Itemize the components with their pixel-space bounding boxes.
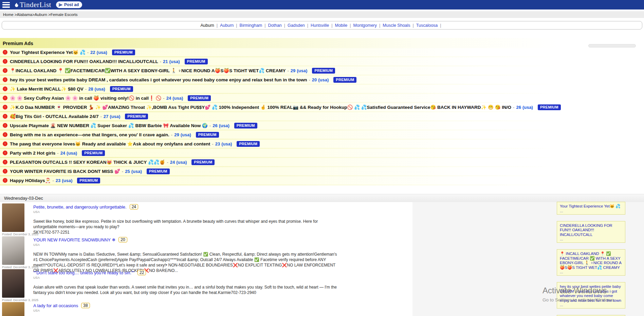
listing-title-link[interactable]: YOUR NEW FAVORITE SNOWBUNNY ❄ — [33, 237, 115, 242]
listing-title-link[interactable]: A lady for all occasions — [33, 303, 78, 308]
premium-ad-row[interactable]: ↑ Party with 2 Hot girls - 24 (usa) PREM… — [0, 149, 558, 157]
premium-ad-title[interactable]: YOUR WINTER FAVORITE IS BACK DONT MISS 💕 — [10, 169, 120, 174]
premium-ad-title[interactable]: 📍INCALL OAKLAND 📍 ✅FACETIME/CAR✅WITH A S… — [10, 68, 286, 73]
premium-ad-row[interactable]: ↑ Upscale Playmate 🌋 NEW NUMBER 💦 Super … — [0, 121, 558, 130]
sidebar-ad-link[interactable]: 📍 INCALL OAKLAND 📍 ✅ FACETIME/CAR ✅ WITH… — [560, 252, 622, 270]
premium-badge[interactable]: PREMIUM — [237, 141, 260, 147]
breadcrumb[interactable]: Home >Alabama>Auburn >Female Escorts — [3, 13, 78, 17]
premium-ad-row[interactable]: ↑ 🥰Big Tits Girl - OUTCALL Available 24/… — [0, 112, 558, 120]
premium-badge[interactable]: PREMIUM — [77, 178, 100, 183]
hamburger-menu-icon[interactable] — [2, 2, 10, 8]
premium-ad-row[interactable]: ↑ hey its your best wettes petite baby D… — [0, 76, 558, 84]
premium-ad-dash: - — [513, 105, 514, 110]
listing-thumbnail[interactable] — [2, 269, 24, 298]
premium-badge[interactable]: PREMIUM — [125, 114, 148, 119]
premium-ad-title[interactable]: Your Tightest Experience Yet🐱 💦 — [10, 50, 86, 55]
premium-ad-row[interactable]: ↑ Your Tightest Experience Yet🐱 💦 - 22 (… — [0, 48, 558, 56]
premium-ad-location: (usa) — [62, 178, 72, 183]
premium-badge[interactable]: PREMIUM — [112, 50, 135, 55]
premium-ad-title[interactable]: PLEASANTON OUTCALLS !! SEXY KOREAN😻 THIC… — [10, 159, 165, 165]
page: TinderList Post ad Home >Alabama>Auburn … — [0, 0, 644, 316]
premium-ad-title[interactable]: 🥰Big Tits Girl - OUTCALL Available 24/7 — [10, 114, 98, 119]
premium-ad-row[interactable]: ↑ 📍INCALL OAKLAND 📍 ✅FACETIME/CAR✅WITH A… — [0, 66, 558, 75]
premium-ad-row[interactable]: ↑ Being with me is an experience—one tha… — [0, 131, 558, 139]
site-logo[interactable]: TinderList — [14, 1, 51, 9]
arrow-up-circle-icon: ↑ — [3, 68, 7, 73]
sidebar-ad-link[interactable]: hey its your best wettes petite baby DRE… — [560, 284, 622, 303]
listings: Posted: December 3, 2025 Petite, brunett… — [2, 203, 409, 316]
premium-ad-dash: - — [52, 178, 54, 183]
premium-ad-age: 26 — [516, 105, 521, 110]
listing-title-link[interactable]: Petite, brunette, and dangerously unforg… — [33, 204, 127, 210]
city-link[interactable]: Montgomery — [353, 23, 377, 28]
premium-ad-age: 25 — [125, 169, 130, 174]
city-link[interactable]: Mobile — [335, 23, 347, 28]
city-link[interactable]: Muscle Shoals — [383, 23, 410, 28]
premium-ad-row[interactable]: ↑ Happy HOlidays🎅 - 23 (usa) PREMIUM — [0, 176, 558, 184]
arrow-up-circle-icon: ↑ — [3, 50, 7, 55]
premium-ad-dash: - — [57, 151, 58, 156]
city-link[interactable]: Auburn — [200, 23, 214, 28]
sidebar-ad-link[interactable]: Your Tightest Experience Yet🐱 💦 — [560, 204, 622, 209]
premium-badge[interactable]: PREMIUM — [191, 159, 215, 165]
listing-description: Sweet like honey, bold like espresso. Pe… — [33, 219, 341, 230]
premium-ad-title[interactable]: The pawg that everyone loves🐱 Ready and … — [10, 141, 210, 146]
premium-ad-row[interactable]: ↑ YOUR WINTER FAVORITE IS BACK DONT MISS… — [0, 167, 558, 175]
scrollbar-thumb[interactable] — [588, 44, 636, 47]
premium-ad-row[interactable]: ↑ ✨ Lake Merritt INCALL✨ $80 QV - 28 (us… — [0, 85, 558, 93]
premium-badge[interactable]: PREMIUM — [110, 86, 133, 92]
listing-thumbnail[interactable] — [2, 203, 24, 232]
city-link[interactable]: Huntsville — [311, 23, 329, 28]
premium-ad-location: (usa) — [221, 141, 232, 146]
premium-ad-dash: - — [212, 141, 213, 146]
arrow-up-circle-icon: ↑ — [3, 132, 7, 137]
premium-ad-title[interactable]: Being with me is an experience—one that … — [10, 132, 169, 137]
sidebar-premium-box: Your Tightest Experience Yet🐱 💦 ... — [557, 202, 625, 215]
premium-badge[interactable]: PREMIUM — [538, 104, 561, 110]
premium-ad-title[interactable]: Party with 2 Hot girls — [10, 151, 55, 156]
premium-ad-row[interactable]: ↑ The pawg that everyone loves🐱 Ready an… — [0, 140, 558, 148]
city-link[interactable]: Birmingham — [240, 23, 262, 28]
premium-ad-dash: - — [167, 160, 168, 165]
premium-ad-title[interactable]: Upscale Playmate 🌋 NEW NUMBER 💦 Super So… — [10, 123, 208, 128]
premium-ad-title[interactable]: CINDERELLA LOOKING FOR FUN!!! OAKLAND!!!… — [10, 59, 158, 64]
listing-title-link[interactable]: ""Don't stare too long… unless you're re… — [33, 270, 134, 275]
premium-badge[interactable]: PREMIUM — [312, 68, 335, 74]
premium-ad-location: (usa) — [297, 68, 307, 73]
premium-badge[interactable]: PREMIUM — [188, 95, 211, 101]
sidebar-ad-link[interactable]: CINDERELLA LOOKING FOR FUN!!! OAKLAND!!!… — [560, 223, 622, 237]
post-ad-button[interactable]: Post ad — [56, 1, 82, 8]
listing-thumb-column: Posted: December 3, 2025 — [2, 269, 26, 302]
city-link[interactable]: Gadsden — [288, 23, 305, 28]
premium-ad-row[interactable]: ↑ CINDERELLA LOOKING FOR FUN!!! OAKLAND!… — [0, 57, 558, 65]
premium-ad-location: (usa) — [169, 59, 180, 64]
premium-ad-title[interactable]: ✨ Lake Merritt INCALL✨ $80 QV — [10, 86, 84, 92]
listing-thumbnail[interactable] — [2, 236, 24, 265]
premium-badge[interactable]: PREMIUM — [333, 77, 356, 83]
logo-text: TinderList — [20, 1, 51, 9]
premium-ad-title[interactable]: 🌸 🌸 Sexy CuRvy Asian 🌸 🌸 in call 🍑 visit… — [10, 95, 161, 101]
city-link[interactable]: Tuscaloosa — [416, 23, 438, 28]
premium-badge[interactable]: PREMIUM — [82, 150, 105, 156]
listing-thumbnail[interactable] — [2, 302, 24, 316]
arrow-up-circle-icon: ↑ — [3, 77, 7, 82]
city-link[interactable]: Dothan — [268, 23, 282, 28]
premium-badge[interactable]: PREMIUM — [147, 169, 170, 174]
premium-ad-title[interactable]: Happy HOlidays🎅 — [10, 178, 51, 183]
arrow-up-circle-icon: ↑ — [3, 151, 7, 155]
premium-badge[interactable]: PREMIUM — [185, 59, 208, 64]
listing-title-row: YOUR NEW FAVORITE SNOWBUNNY ❄ 20 — [33, 237, 380, 242]
premium-badge[interactable]: PREMIUM — [196, 132, 219, 138]
premium-ad-location: (usa) — [97, 50, 107, 55]
sidebar-premium-box: hey its your best wettes petite baby DRE… — [557, 282, 625, 309]
premium-ad-row[interactable]: ↑ PLEASANTON OUTCALLS !! SEXY KOREAN😻 TH… — [0, 158, 558, 166]
premium-ad-title[interactable]: ✨K.O Daa NUMBER 🍷 PROVIDER 💃 ✨ 💕AMAZING … — [10, 104, 511, 110]
premium-ad-title[interactable]: hey its your best wettes petite baby DRE… — [10, 77, 307, 82]
premium-badge[interactable]: PREMIUM — [234, 123, 257, 129]
premium-ad-row[interactable]: ↑ 🌸 🌸 Sexy CuRvy Asian 🌸 🌸 in call 🍑 vis… — [0, 94, 558, 102]
arrow-up-circle-icon: ↑ — [3, 178, 7, 183]
premium-ad-dash: - — [171, 132, 172, 137]
city-link[interactable]: Auburn — [220, 23, 234, 28]
premium-ad-row[interactable]: ↑ ✨K.O Daa NUMBER 🍷 PROVIDER 💃 ✨ 💕AMAZIN… — [0, 103, 558, 111]
premium-ad-location: (usa) — [95, 86, 105, 92]
